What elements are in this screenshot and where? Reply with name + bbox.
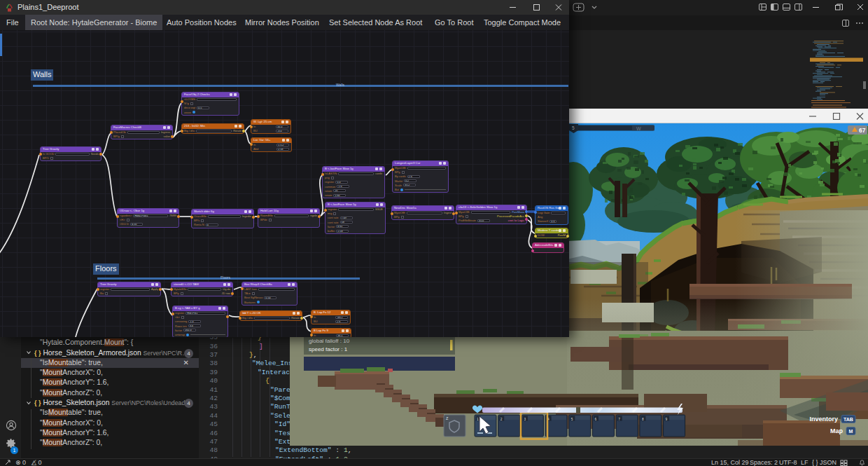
svg-text:5: 5: [572, 125, 575, 130]
svg-text:3: 3: [524, 418, 526, 421]
svg-text:2: 2: [500, 418, 503, 421]
svg-text:W: W: [636, 126, 641, 131]
svg-text:global falloff : 10: global falloff : 10: [309, 338, 350, 344]
svg-text:5: 5: [571, 418, 573, 421]
svg-text:Map: Map: [830, 427, 844, 434]
svg-text:Inventory: Inventory: [809, 416, 838, 423]
svg-text:M: M: [849, 429, 853, 434]
svg-text:67: 67: [859, 127, 866, 134]
svg-text:6: 6: [595, 418, 597, 421]
svg-text:9: 9: [666, 418, 668, 421]
svg-text:TAB: TAB: [844, 417, 853, 422]
svg-text:1: 1: [477, 418, 479, 421]
svg-text:7: 7: [618, 418, 620, 421]
svg-text:speed factor : 1: speed factor : 1: [309, 346, 348, 352]
svg-text:8: 8: [642, 418, 644, 421]
